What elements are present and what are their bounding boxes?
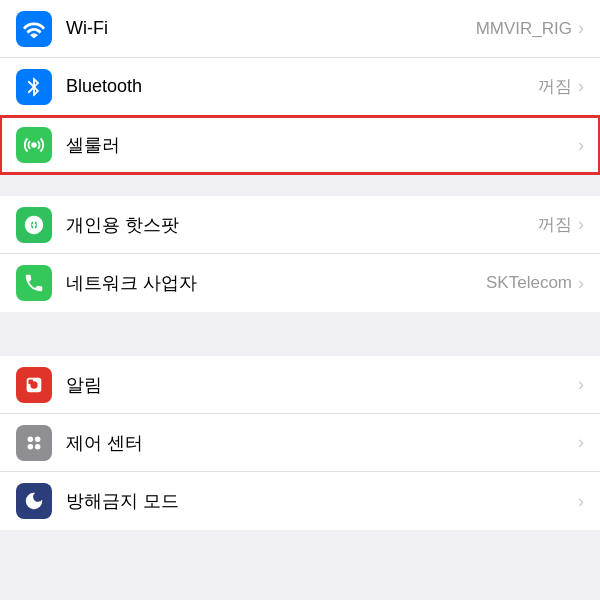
control-center-chevron: › [578,432,584,453]
svg-point-0 [31,142,37,148]
control-center-icon [23,432,45,454]
wifi-value: MMVIR_RIG [476,19,572,39]
carrier-value: SKTelecom [486,273,572,293]
hotspot-chevron: › [578,214,584,235]
control-center-row[interactable]: 제어 센터 › [0,414,600,472]
hotspot-icon [23,214,45,236]
dnd-label: 방해금지 모드 [66,489,572,513]
network-group-2: 개인용 핫스팟 꺼짐 › 네트워크 사업자 SKTelecom › [0,196,600,312]
bluetooth-row[interactable]: Bluetooth 꺼짐 › [0,58,600,116]
cellular-row[interactable]: 셀룰러 › [0,116,600,174]
bluetooth-label: Bluetooth [66,76,538,97]
notifications-icon-wrap [16,367,52,403]
network-section-1: Wi-Fi MMVIR_RIG › Bluetooth 꺼짐 › [0,0,600,174]
svg-point-6 [35,436,40,442]
notifications-icon [23,374,45,396]
dnd-icon-wrap [16,483,52,519]
wifi-icon-wrap [16,11,52,47]
notifications-chevron: › [578,374,584,395]
bluetooth-chevron: › [578,76,584,97]
carrier-row[interactable]: 네트워크 사업자 SKTelecom › [0,254,600,312]
dnd-row[interactable]: 방해금지 모드 › [0,472,600,530]
wifi-label: Wi-Fi [66,18,476,39]
bluetooth-value: 꺼짐 [538,75,572,98]
system-section: 알림 › 제어 센터 › [0,356,600,530]
moon-icon [23,490,45,512]
wifi-chevron: › [578,18,584,39]
cellular-chevron: › [578,135,584,156]
system-group: 알림 › 제어 센터 › [0,356,600,530]
dnd-chevron: › [578,491,584,512]
cellular-label: 셀룰러 [66,133,572,157]
notifications-label: 알림 [66,373,572,397]
hotspot-value: 꺼짐 [538,213,572,236]
divider [0,334,600,356]
notifications-row[interactable]: 알림 › [0,356,600,414]
wifi-icon [23,18,45,40]
network-group-1: Wi-Fi MMVIR_RIG › Bluetooth 꺼짐 › [0,0,600,174]
hotspot-label: 개인용 핫스팟 [66,213,538,237]
svg-point-7 [28,443,33,449]
network-section-2: 개인용 핫스팟 꺼짐 › 네트워크 사업자 SKTelecom › [0,196,600,312]
carrier-icon-wrap [16,265,52,301]
svg-rect-4 [29,379,34,384]
hotspot-row[interactable]: 개인용 핫스팟 꺼짐 › [0,196,600,254]
cellular-icon-wrap [16,127,52,163]
control-center-label: 제어 센터 [66,431,572,455]
hotspot-icon-wrap [16,207,52,243]
wifi-row[interactable]: Wi-Fi MMVIR_RIG › [0,0,600,58]
carrier-chevron: › [578,273,584,294]
svg-point-8 [35,443,40,449]
bluetooth-icon [23,76,45,98]
bluetooth-icon-wrap [16,69,52,105]
phone-icon [23,272,45,294]
settings-list: Wi-Fi MMVIR_RIG › Bluetooth 꺼짐 › [0,0,600,530]
svg-point-5 [28,436,33,442]
control-center-icon-wrap [16,425,52,461]
cellular-icon [23,134,45,156]
carrier-label: 네트워크 사업자 [66,271,486,295]
